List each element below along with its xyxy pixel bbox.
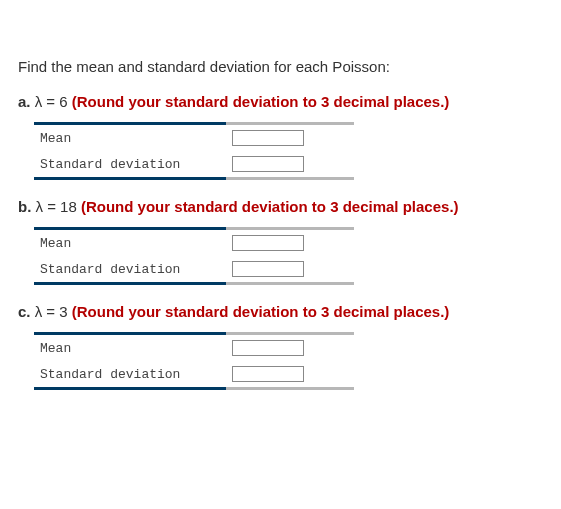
part-c-heading: c. λ = 3 (Round your standard deviation …	[18, 303, 543, 320]
part-b-equation: λ = 18	[36, 198, 77, 215]
table-row: Standard deviation	[34, 361, 354, 387]
sd-label: Standard deviation	[34, 151, 226, 177]
table-top-bar	[34, 332, 354, 335]
part-b-mean-input[interactable]	[232, 235, 304, 251]
table-row: Mean	[34, 335, 354, 361]
part-c-equation: λ = 3	[35, 303, 68, 320]
part-b-table: Mean Standard deviation	[34, 227, 354, 285]
part-a-instruction: (Round your standard deviation to 3 deci…	[72, 93, 450, 110]
part-a-label: a.	[18, 93, 31, 110]
table-row: Mean	[34, 125, 354, 151]
part-b-instruction: (Round your standard deviation to 3 deci…	[81, 198, 459, 215]
table-bottom-bar	[34, 177, 354, 180]
sd-label: Standard deviation	[34, 256, 226, 282]
table-bottom-bar	[34, 282, 354, 285]
table-row: Standard deviation	[34, 151, 354, 177]
part-c-mean-input[interactable]	[232, 340, 304, 356]
mean-label: Mean	[34, 335, 226, 361]
part-a-heading: a. λ = 6 (Round your standard deviation …	[18, 93, 543, 110]
part-c-sd-input[interactable]	[232, 366, 304, 382]
question-prompt: Find the mean and standard deviation for…	[18, 58, 543, 75]
part-a-sd-input[interactable]	[232, 156, 304, 172]
mean-label: Mean	[34, 125, 226, 151]
part-b-sd-input[interactable]	[232, 261, 304, 277]
part-b-label: b.	[18, 198, 31, 215]
part-a-equation: λ = 6	[35, 93, 68, 110]
table-top-bar	[34, 122, 354, 125]
mean-label: Mean	[34, 230, 226, 256]
part-a-mean-input[interactable]	[232, 130, 304, 146]
part-b-heading: b. λ = 18 (Round your standard deviation…	[18, 198, 543, 215]
part-a-table: Mean Standard deviation	[34, 122, 354, 180]
table-row: Mean	[34, 230, 354, 256]
sd-label: Standard deviation	[34, 361, 226, 387]
part-c-instruction: (Round your standard deviation to 3 deci…	[72, 303, 450, 320]
table-bottom-bar	[34, 387, 354, 390]
table-top-bar	[34, 227, 354, 230]
part-c-table: Mean Standard deviation	[34, 332, 354, 390]
part-c-label: c.	[18, 303, 31, 320]
table-row: Standard deviation	[34, 256, 354, 282]
